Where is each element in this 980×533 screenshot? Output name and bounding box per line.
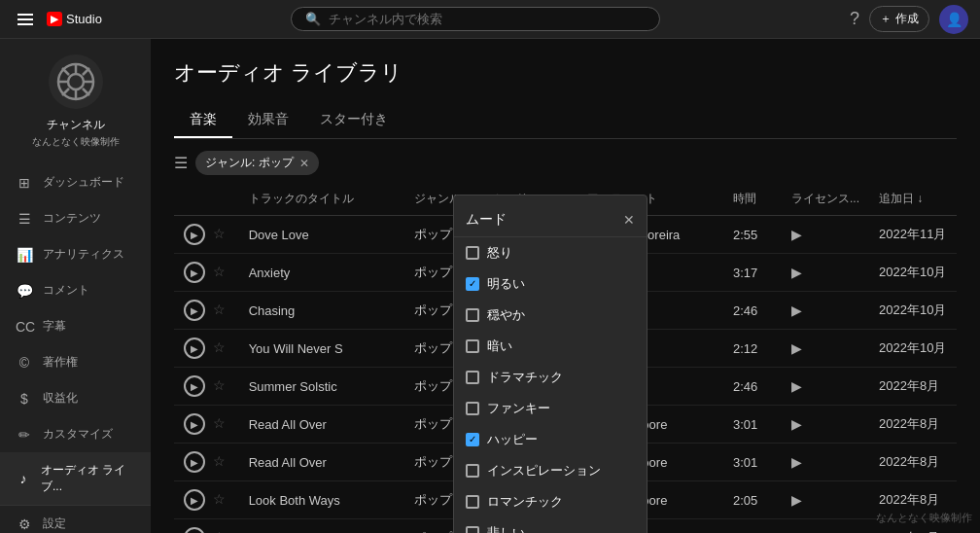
- sidebar-item-copyright[interactable]: ©著作権: [0, 344, 151, 380]
- mood-checkbox-dark[interactable]: [466, 339, 479, 353]
- mood-option-dark[interactable]: 暗い: [454, 331, 647, 362]
- row-actions: ▶ ☆: [174, 481, 239, 519]
- mood-checkbox-bright[interactable]: [466, 277, 479, 291]
- play-button-4[interactable]: ▶: [184, 375, 205, 397]
- sidebar-item-customize[interactable]: ✏カスタマイズ: [0, 416, 151, 452]
- tab-sfx[interactable]: 効果音: [232, 103, 304, 138]
- mood-checkbox-dramatic[interactable]: [466, 371, 479, 384]
- sidebar-item-analytics[interactable]: 📊アナリティクス: [0, 236, 151, 272]
- row-actions: ▶ ☆: [174, 368, 239, 406]
- mood-option-calm[interactable]: 穏やか: [454, 300, 647, 331]
- row-title-3: You Will Never S: [239, 330, 404, 368]
- mood-checkbox-angry[interactable]: [466, 246, 479, 260]
- col-header-added: 追加日 ↓: [869, 183, 957, 216]
- sidebar-item-label: コンテンツ: [43, 210, 101, 227]
- play-button-0[interactable]: ▶: [184, 224, 205, 245]
- dashboard-icon: ⊞: [16, 175, 33, 191]
- tab-starred[interactable]: スター付き: [304, 103, 403, 138]
- sidebar-item-label: 著作権: [43, 354, 78, 371]
- sidebar-items: ⊞ダッシュボード☰コンテンツ📊アナリティクス💬コメントCC字幕©著作権$収益化✏…: [0, 164, 151, 505]
- star-button-2[interactable]: ☆: [213, 302, 226, 317]
- row-time-4: 2:46: [723, 368, 782, 406]
- sidebar-item-monetization[interactable]: $収益化: [0, 380, 151, 416]
- mood-option-romantic[interactable]: ロマンチック: [454, 486, 647, 517]
- star-button-6[interactable]: ☆: [213, 453, 226, 469]
- mood-option-funky[interactable]: ファンキー: [454, 393, 647, 424]
- play-button-2[interactable]: ▶: [184, 300, 205, 321]
- mood-option-dramatic[interactable]: ドラマチック: [454, 362, 647, 393]
- channel-avatar[interactable]: [49, 54, 103, 109]
- star-button-8[interactable]: ☆: [213, 529, 226, 534]
- row-title-1: Anxiety: [239, 254, 404, 292]
- col-header-actions: [174, 183, 239, 216]
- star-button-3[interactable]: ☆: [213, 339, 226, 355]
- star-button-1[interactable]: ☆: [213, 264, 226, 279]
- star-button-5[interactable]: ☆: [213, 415, 226, 431]
- create-icon: ＋: [880, 11, 892, 27]
- tab-music[interactable]: 音楽: [174, 103, 232, 138]
- play-button-1[interactable]: ▶: [184, 262, 205, 283]
- genre-chip-close[interactable]: ✕: [299, 157, 309, 170]
- sort-added-icon[interactable]: ↓: [917, 192, 923, 205]
- create-button[interactable]: ＋ 作成: [869, 6, 929, 32]
- row-license-0: ▶: [782, 216, 869, 254]
- mood-checkbox-sad[interactable]: [466, 526, 479, 534]
- search-input[interactable]: [329, 12, 646, 26]
- license-icon-7[interactable]: ▶: [791, 492, 802, 508]
- star-button-4[interactable]: ☆: [213, 377, 226, 393]
- header-search: 🔍: [112, 7, 840, 31]
- license-icon-1[interactable]: ▶: [791, 265, 802, 280]
- row-license-1: ▶: [782, 254, 869, 292]
- settings-icon: ⚙: [16, 516, 33, 532]
- mood-label-bright: 明るい: [487, 275, 525, 293]
- play-button-3[interactable]: ▶: [184, 338, 205, 359]
- menu-button[interactable]: [12, 8, 39, 31]
- play-button-6[interactable]: ▶: [184, 451, 205, 473]
- sidebar-item-dashboard[interactable]: ⊞ダッシュボード: [0, 164, 151, 200]
- star-button-7[interactable]: ☆: [213, 491, 226, 507]
- sidebar-item-settings[interactable]: ⚙設定: [0, 506, 151, 533]
- mood-option-inspirational[interactable]: インスピレーション: [454, 455, 647, 486]
- sidebar-item-content[interactable]: ☰コンテンツ: [0, 200, 151, 236]
- copyright-icon: ©: [16, 355, 33, 371]
- license-icon-3[interactable]: ▶: [791, 340, 802, 356]
- mood-option-angry[interactable]: 怒り: [454, 237, 647, 268]
- mood-option-sad[interactable]: 悲しい: [454, 517, 647, 534]
- mood-label-funky: ファンキー: [487, 400, 550, 417]
- license-icon-2[interactable]: ▶: [791, 302, 802, 318]
- mood-checkbox-romantic[interactable]: [466, 495, 479, 509]
- row-actions: ▶ ☆: [174, 216, 239, 254]
- avatar[interactable]: 👤: [939, 5, 968, 34]
- mood-checkbox-funky[interactable]: [466, 402, 479, 415]
- row-actions: ▶ ☆: [174, 254, 239, 292]
- mood-option-bright[interactable]: 明るい: [454, 268, 647, 300]
- genre-filter-chip[interactable]: ジャンル: ポップ ✕: [195, 151, 319, 175]
- license-icon-6[interactable]: ▶: [791, 454, 802, 470]
- play-button-7[interactable]: ▶: [184, 489, 205, 511]
- content-icon: ☰: [16, 211, 33, 227]
- play-button-5[interactable]: ▶: [184, 413, 205, 435]
- mood-dropdown-close[interactable]: ✕: [623, 212, 635, 228]
- help-icon[interactable]: ?: [850, 9, 859, 29]
- sidebar-item-comments[interactable]: 💬コメント: [0, 272, 151, 308]
- col-header-time: 時間: [723, 183, 782, 216]
- studio-label: Studio: [66, 12, 102, 26]
- sidebar-item-label: コメント: [43, 282, 89, 299]
- row-time-5: 3:01: [723, 406, 782, 444]
- filter-icon[interactable]: ☰: [174, 154, 188, 172]
- mood-option-happy[interactable]: ハッピー: [454, 424, 647, 455]
- mood-checkbox-calm[interactable]: [466, 308, 479, 322]
- star-button-0[interactable]: ☆: [213, 226, 226, 241]
- mood-checkbox-inspirational[interactable]: [466, 464, 479, 478]
- mood-label-dramatic: ドラマチック: [487, 369, 563, 386]
- sidebar-item-subtitles[interactable]: CC字幕: [0, 308, 151, 344]
- search-icon: 🔍: [305, 12, 321, 26]
- mood-checkbox-happy[interactable]: [466, 433, 479, 446]
- sidebar-item-audio[interactable]: ♪オーディオ ライブ...: [0, 452, 151, 505]
- license-icon-0[interactable]: ▶: [791, 227, 802, 242]
- play-button-8[interactable]: ▶: [184, 527, 205, 533]
- license-icon-4[interactable]: ▶: [791, 378, 802, 394]
- license-icon-5[interactable]: ▶: [791, 416, 802, 432]
- row-title-6: Read All Over: [239, 444, 404, 481]
- mood-options: 怒り明るい穏やか暗いドラマチックファンキーハッピーインスピレーションロマンチック…: [454, 237, 647, 534]
